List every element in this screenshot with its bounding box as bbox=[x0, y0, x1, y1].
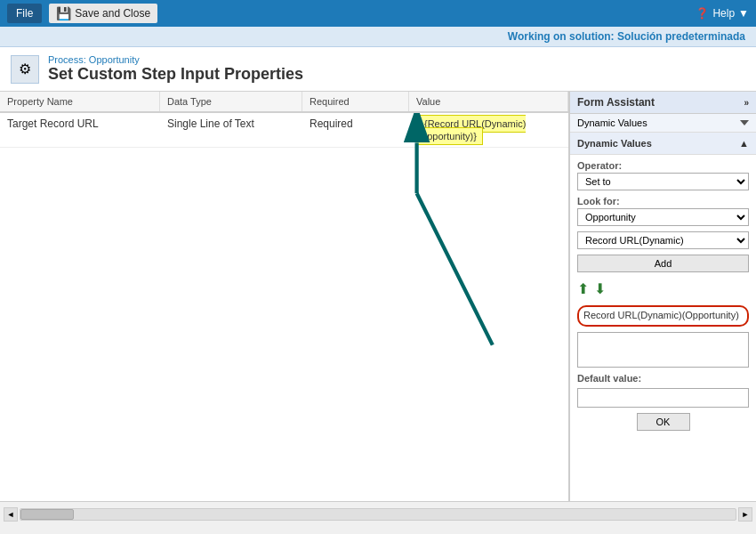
fa-extra-textarea[interactable] bbox=[577, 332, 749, 368]
scrollbar-track[interactable] bbox=[20, 508, 736, 521]
fa-body: Operator: Set to Look for: Opportunity R… bbox=[570, 155, 756, 501]
move-down-icon[interactable]: ⬇ bbox=[594, 280, 606, 297]
fa-dropdown-chevron bbox=[740, 120, 749, 125]
look-for-group: Look for: Opportunity bbox=[577, 196, 749, 226]
col-data-type: Data Type bbox=[160, 92, 302, 111]
default-value-section: Default value: bbox=[577, 373, 749, 408]
ok-button[interactable]: OK bbox=[637, 413, 690, 431]
value-tag[interactable]: {Record URL(Dynamic)(Opportunity)} bbox=[416, 115, 526, 145]
main-layout: Property Name Data Type Required Value T… bbox=[0, 92, 756, 501]
fa-section-header-row: Dynamic Values ▲ bbox=[570, 133, 756, 155]
page-title: Set Custom Step Input Properties bbox=[48, 65, 303, 84]
move-up-icon[interactable]: ⬆ bbox=[577, 280, 589, 297]
save-close-button[interactable]: 💾 Save and Close bbox=[49, 4, 157, 23]
process-icon: ⚙ bbox=[11, 55, 39, 84]
table-area: Property Name Data Type Required Value T… bbox=[0, 92, 569, 501]
bottom-scrollbar: ◄ ► bbox=[0, 501, 756, 526]
operator-group: Operator: Set to bbox=[577, 160, 749, 190]
cell-property-name: Target Record URL bbox=[0, 113, 160, 147]
help-dropdown-icon: ▼ bbox=[738, 7, 749, 20]
fa-value-display: Record URL(Dynamic)(Opportunity) bbox=[577, 305, 749, 327]
header-subtitle: Process: Opportunity bbox=[48, 54, 303, 65]
scroll-right-arrow[interactable]: ► bbox=[738, 507, 752, 522]
save-icon: 💾 bbox=[56, 6, 71, 20]
table-header: Property Name Data Type Required Value bbox=[0, 92, 568, 113]
page-header: ⚙ Process: Opportunity Set Custom Step I… bbox=[0, 47, 756, 92]
col-value: Value bbox=[409, 92, 568, 111]
help-area: ❓ Help ▼ bbox=[696, 7, 749, 20]
solution-prefix: Working on solution: bbox=[508, 30, 615, 43]
fa-dropdown-label: Dynamic Values bbox=[577, 117, 647, 128]
form-assistant-header: Form Assistant » bbox=[570, 92, 756, 114]
reorder-icons: ⬆ ⬇ bbox=[577, 278, 749, 300]
look-for-select[interactable]: Opportunity bbox=[577, 208, 749, 226]
solution-bar: Working on solution: Solución predetermi… bbox=[0, 27, 756, 47]
toolbar: File 💾 Save and Close ❓ Help ▼ bbox=[0, 0, 756, 27]
fa-expand-icon: » bbox=[744, 98, 749, 108]
solution-name: Solución predeterminada bbox=[617, 30, 745, 43]
table-body: Target Record URL Single Line of Text Re… bbox=[0, 113, 568, 501]
cell-value[interactable]: {Record URL(Dynamic)(Opportunity)} bbox=[409, 113, 568, 147]
help-icon: ❓ bbox=[696, 7, 709, 20]
help-link[interactable]: Help bbox=[712, 7, 735, 20]
header-text: Process: Opportunity Set Custom Step Inp… bbox=[48, 54, 303, 84]
look-for-label: Look for: bbox=[577, 196, 749, 206]
svg-line-2 bbox=[417, 193, 493, 344]
record-url-group: Record URL(Dynamic) bbox=[577, 231, 749, 249]
file-button[interactable]: File bbox=[7, 4, 42, 23]
col-property-name: Property Name bbox=[0, 92, 160, 111]
cell-required: Required bbox=[302, 113, 409, 147]
fa-section-label: Dynamic Values bbox=[577, 138, 652, 149]
form-assistant-title: Form Assistant bbox=[577, 96, 655, 109]
operator-select[interactable]: Set to bbox=[577, 173, 749, 190]
default-value-label: Default value: bbox=[577, 373, 749, 384]
scrollbar-thumb[interactable] bbox=[20, 509, 74, 520]
annotation-arrow bbox=[0, 113, 568, 501]
record-url-select[interactable]: Record URL(Dynamic) bbox=[577, 231, 749, 249]
add-button[interactable]: Add bbox=[577, 255, 749, 272]
operator-label: Operator: bbox=[577, 160, 749, 171]
cell-data-type: Single Line of Text bbox=[160, 113, 302, 147]
default-value-input[interactable] bbox=[577, 388, 749, 408]
col-required: Required bbox=[302, 92, 409, 111]
fa-section-collapse-icon: ▲ bbox=[739, 138, 749, 149]
form-assistant-panel: Form Assistant » Dynamic Values Dynamic … bbox=[569, 92, 756, 501]
scroll-left-arrow[interactable]: ◄ bbox=[4, 507, 18, 522]
fa-dropdown-row[interactable]: Dynamic Values bbox=[570, 114, 756, 133]
table-row: Target Record URL Single Line of Text Re… bbox=[0, 113, 568, 148]
